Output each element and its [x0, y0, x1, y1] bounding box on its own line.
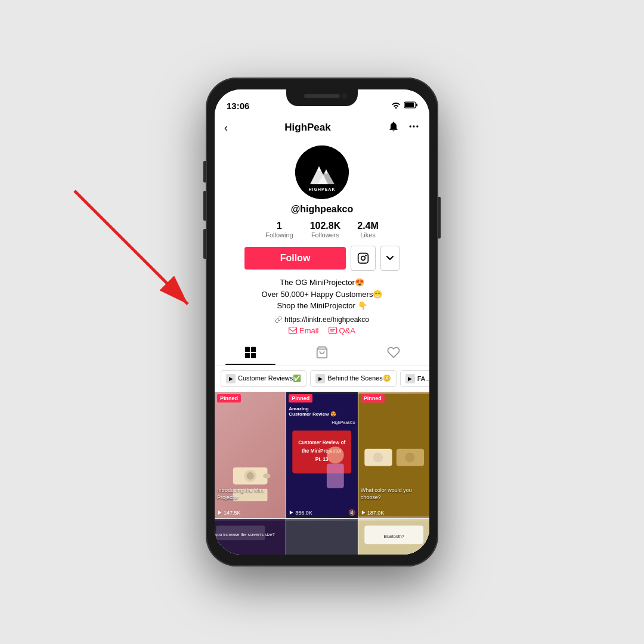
amazing-overlay: AmazingCustomer Review 😍: [289, 406, 355, 417]
svg-text:Can you increase the screen's : Can you increase the screen's size?: [215, 532, 275, 537]
svg-point-15: [361, 256, 366, 261]
phone-frame: 13:06 ‹ HighPeak: [206, 78, 438, 566]
following-stat[interactable]: 1 Following: [265, 221, 293, 239]
vol-down-button: [203, 229, 206, 259]
playlist-play-icon: ▶: [226, 374, 236, 383]
bio-line-3: Shop the MiniProjector 👇: [262, 300, 383, 312]
video-title-3: What color would you choose?: [358, 485, 429, 503]
front-camera: [341, 93, 347, 99]
profile-name: HighPeak: [284, 122, 330, 134]
status-icons: [391, 100, 417, 111]
svg-rect-20: [251, 346, 256, 351]
pinned-badge-1: Pinned: [217, 394, 241, 402]
likes-stat[interactable]: 2.4M Likes: [357, 221, 379, 239]
svg-rect-22: [251, 352, 256, 357]
following-value: 1: [277, 221, 282, 231]
video-thumb-4[interactable]: Can you increase the screen's size? The …: [215, 519, 286, 555]
svg-point-42: [405, 452, 414, 462]
playlist-label-1: Customer Reviews✅: [238, 374, 301, 382]
thumb-content-5: [286, 519, 357, 555]
back-button[interactable]: ‹: [224, 122, 228, 134]
nav-action-icons: [388, 120, 420, 135]
svg-line-1: [75, 191, 188, 304]
svg-point-16: [366, 255, 367, 256]
annotation-arrow: [57, 173, 224, 340]
svg-text:Customer Review of: Customer Review of: [298, 439, 345, 445]
followers-value: 102.8K: [310, 221, 341, 231]
svg-marker-37: [290, 510, 293, 515]
vol-up-button: [203, 191, 206, 221]
bio-link[interactable]: https://linktr.ee/highpeakco: [275, 315, 369, 324]
video-stats-2: 356.0K: [289, 510, 312, 516]
video-thumb-5[interactable]: Take A Look At The NEW HighPeak MiniProj…: [286, 519, 357, 555]
video-thumb-1[interactable]: Pinned Introducing the Mini Projector 14…: [215, 392, 286, 518]
svg-rect-4: [416, 104, 417, 107]
svg-rect-19: [245, 346, 250, 351]
tab-shop[interactable]: [286, 340, 358, 365]
svg-rect-36: [327, 463, 344, 488]
svg-rect-14: [358, 253, 369, 264]
video-user-2: HighPeakCo: [332, 420, 355, 425]
playlist-label-3: FA...: [417, 375, 429, 382]
follow-button[interactable]: Follow: [244, 247, 346, 270]
tab-liked[interactable]: [358, 340, 429, 365]
svg-point-28: [263, 473, 270, 478]
bio-link-text: https://linktr.ee/highpeakco: [284, 315, 369, 324]
qa-action[interactable]: Q&A: [329, 326, 355, 335]
playlist-play-icon-3: ▶: [405, 374, 415, 383]
svg-marker-29: [218, 510, 221, 515]
pinned-badge-2: Pinned: [289, 394, 312, 402]
tab-videos[interactable]: [215, 340, 286, 365]
tabs-row: [215, 340, 429, 366]
svg-point-7: [416, 125, 418, 127]
svg-text:Pt. 13: Pt. 13: [315, 457, 329, 462]
playlist-row: ▶ Customer Reviews✅ ▶ Behind the Scenes😳…: [215, 366, 429, 392]
avatar: HIGHPEAK: [295, 145, 349, 199]
svg-text:Bluetooth?: Bluetooth?: [383, 534, 404, 539]
stats-row: 1 Following 102.8K Followers 2.4M Likes: [265, 221, 379, 239]
svg-point-40: [373, 452, 382, 462]
svg-point-35: [327, 446, 344, 463]
playlist-label-2: Behind the Scenes😳: [327, 374, 391, 382]
notch: [286, 89, 358, 106]
bio-line-2: Over 50,000+ Happy Customers😁: [262, 289, 383, 301]
username: @highpeakco: [291, 204, 354, 215]
video-thumb-3[interactable]: Pinned What color would you choose? 187.…: [358, 392, 429, 518]
more-options-icon[interactable]: [408, 120, 420, 135]
svg-rect-3: [405, 103, 414, 107]
bio-line-1: The OG MiniProjector😍: [262, 277, 383, 289]
svg-marker-43: [362, 510, 365, 515]
thumb-content-4: Can you increase the screen's size?: [215, 519, 286, 555]
video-stats-1: 147.5K: [217, 510, 241, 516]
notification-icon[interactable]: [388, 120, 400, 135]
video-title-1: Introducing the Mini Projector: [215, 485, 286, 503]
likes-label: Likes: [360, 231, 376, 239]
phone-screen: 13:06 ‹ HighPeak: [215, 89, 429, 555]
mute-icon-2: 🔇: [348, 509, 355, 516]
video-thumb-2[interactable]: Customer Review of the MiniProjector Pt.…: [286, 392, 357, 518]
followers-label: Followers: [311, 231, 339, 239]
power-button: [438, 197, 441, 239]
following-label: Following: [265, 231, 293, 239]
profile-section: HIGHPEAK @highpeakco 1 Following 102.8K: [215, 140, 429, 340]
email-action[interactable]: Email: [289, 326, 319, 335]
playlist-chip-behind-scenes[interactable]: ▶ Behind the Scenes😳: [310, 370, 396, 387]
wifi-icon: [391, 100, 401, 111]
svg-rect-21: [245, 352, 250, 357]
playlist-chip-fa[interactable]: ▶ FA...: [400, 370, 429, 387]
video-thumb-6[interactable]: Bluetooth? Connect Your Phone Wirelessly…: [358, 519, 429, 555]
dropdown-button[interactable]: [380, 246, 400, 271]
instagram-button[interactable]: [351, 246, 376, 271]
svg-point-5: [409, 125, 411, 127]
thumb-content-6: Bluetooth?: [358, 519, 429, 555]
bio-actions: Email Q&A: [289, 326, 355, 335]
followers-stat[interactable]: 102.8K Followers: [310, 221, 341, 239]
likes-value: 2.4M: [357, 221, 379, 231]
svg-point-26: [246, 472, 253, 479]
qa-label: Q&A: [339, 326, 355, 335]
svg-point-6: [413, 125, 414, 127]
playlist-chip-customer-reviews[interactable]: ▶ Customer Reviews✅: [221, 370, 306, 387]
pinned-badge-3: Pinned: [361, 394, 385, 402]
battery-icon: [404, 100, 417, 111]
speaker: [304, 94, 340, 98]
